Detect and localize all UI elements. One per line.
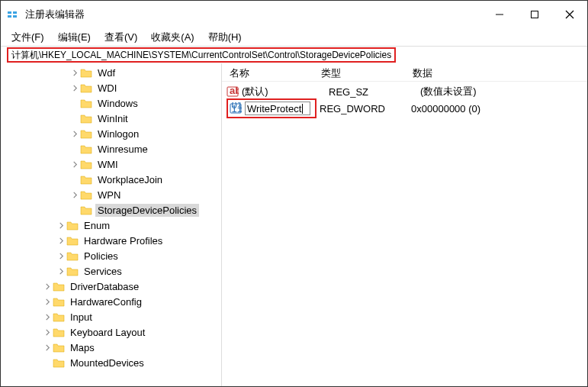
folder-icon	[53, 296, 65, 307]
value-name: (默认)	[242, 85, 329, 98]
chevron-right-icon[interactable]	[69, 192, 80, 198]
value-rows: ab (默认) REG_SZ (数值未设置) 011110 WriteProte…	[222, 82, 587, 117]
folder-icon	[80, 98, 92, 108]
svg-rect-1	[8, 15, 11, 18]
text-caret	[302, 104, 303, 114]
tree-node-input[interactable]: Input	[1, 309, 221, 324]
value-data: 0x00000000 (0)	[411, 103, 587, 114]
tree-node-mounteddevices[interactable]: MountedDevices	[1, 355, 221, 370]
tree-node-driverdatabase[interactable]: DriverDatabase	[1, 279, 221, 294]
folder-icon	[66, 250, 79, 261]
minimize-button[interactable]	[482, 1, 517, 28]
address-path[interactable]: 计算机\HKEY_LOCAL_MACHINE\SYSTEM\CurrentCon…	[7, 47, 396, 63]
column-data[interactable]: 数据	[405, 63, 587, 81]
tree-node-hardwareprofiles[interactable]: Hardware Profiles	[1, 233, 221, 248]
tree-node-enum[interactable]: Enum	[1, 218, 221, 233]
folder-icon	[66, 235, 79, 246]
tree-node-wdi[interactable]: WDI	[1, 80, 221, 95]
menu-view[interactable]: 查看(V)	[98, 29, 143, 46]
value-row-writeprotect[interactable]: 011110 WriteProtect REG_DWORD 0x00000000…	[222, 100, 587, 117]
folder-icon	[80, 144, 92, 154]
chevron-right-icon[interactable]	[42, 283, 53, 290]
titlebar: 注册表编辑器	[1, 1, 587, 28]
value-data: (数值未设置)	[420, 85, 587, 98]
svg-rect-0	[8, 11, 11, 14]
value-type: REG_DWORD	[320, 103, 411, 114]
value-type: REG_SZ	[329, 86, 420, 98]
svg-rect-5	[532, 11, 538, 18]
folder-icon	[80, 67, 92, 78]
chevron-right-icon[interactable]	[42, 344, 53, 351]
folder-icon	[53, 327, 65, 337]
column-type[interactable]: 类型	[313, 63, 405, 81]
tree-node-maps[interactable]: Maps	[1, 340, 221, 355]
svg-rect-2	[13, 11, 17, 14]
folder-icon	[53, 357, 65, 368]
client-area: Wdf WDI Windows WinInit Winlogon Winresu…	[1, 63, 587, 386]
chevron-right-icon[interactable]	[56, 253, 66, 260]
chevron-right-icon[interactable]	[56, 237, 66, 244]
app-window: 注册表编辑器 文件(F) 编辑(E) 查看(V) 收藏夹(A) 帮助(H) 计算…	[0, 0, 588, 387]
chevron-right-icon[interactable]	[56, 222, 66, 229]
tree-node-services[interactable]: Services	[1, 263, 221, 279]
tree-node-workplacejoin[interactable]: WorkplaceJoin	[1, 172, 221, 187]
folder-icon	[80, 159, 92, 169]
tree-node-storagedevicepolicies[interactable]: StorageDevicePolicies	[1, 202, 221, 218]
highlight-box: 011110 WriteProtect	[227, 98, 316, 118]
column-name[interactable]: 名称	[222, 63, 313, 81]
chevron-right-icon[interactable]	[56, 268, 66, 275]
tree-node-policies[interactable]: Policies	[1, 248, 221, 263]
value-row-default[interactable]: ab (默认) REG_SZ (数值未设置)	[222, 83, 587, 100]
window-controls	[482, 1, 587, 28]
folder-icon	[80, 113, 92, 124]
addressbar: 计算机\HKEY_LOCAL_MACHINE\SYSTEM\CurrentCon…	[1, 47, 587, 63]
close-button[interactable]	[552, 1, 587, 28]
maximize-button[interactable]	[517, 1, 552, 28]
tree-node-hardwareconfig[interactable]: HardwareConfig	[1, 294, 221, 309]
tree-node-keyboardlayout[interactable]: Keyboard Layout	[1, 324, 221, 340]
chevron-right-icon[interactable]	[69, 85, 80, 92]
chevron-right-icon[interactable]	[42, 298, 53, 305]
folder-icon	[66, 220, 79, 231]
folder-icon	[66, 266, 79, 276]
chevron-right-icon[interactable]	[42, 329, 53, 336]
folder-icon	[80, 189, 92, 200]
tree-node-wpn[interactable]: WPN	[1, 187, 221, 202]
folder-icon	[53, 281, 65, 292]
tree-node-winlogon[interactable]: Winlogon	[1, 126, 221, 141]
svg-rect-3	[13, 15, 17, 18]
svg-text:110: 110	[232, 103, 243, 114]
column-headers: 名称 类型 数据	[222, 63, 587, 82]
string-value-icon: ab	[227, 85, 239, 98]
chevron-right-icon[interactable]	[69, 69, 80, 76]
folder-icon	[53, 342, 65, 353]
regedit-icon	[7, 8, 19, 21]
tree-node-wdf[interactable]: Wdf	[1, 65, 221, 80]
svg-text:ab: ab	[230, 85, 239, 96]
menu-edit[interactable]: 编辑(E)	[52, 29, 97, 46]
folder-icon	[80, 205, 92, 215]
tree-node-winresume[interactable]: Winresume	[1, 141, 221, 156]
menu-help[interactable]: 帮助(H)	[202, 29, 248, 46]
dword-value-icon: 011110	[230, 102, 242, 114]
folder-icon	[80, 82, 92, 93]
chevron-right-icon[interactable]	[69, 131, 80, 137]
tree-node-windows[interactable]: Windows	[1, 95, 221, 111]
menu-file[interactable]: 文件(F)	[5, 29, 50, 46]
tree: Wdf WDI Windows WinInit Winlogon Winresu…	[1, 65, 221, 370]
window-title: 注册表编辑器	[25, 8, 482, 21]
chevron-right-icon[interactable]	[69, 161, 80, 168]
folder-icon	[53, 311, 65, 322]
tree-node-wininit[interactable]: WinInit	[1, 111, 221, 126]
tree-node-wmi[interactable]: WMI	[1, 156, 221, 172]
menubar: 文件(F) 编辑(E) 查看(V) 收藏夹(A) 帮助(H)	[1, 28, 587, 47]
tree-pane[interactable]: Wdf WDI Windows WinInit Winlogon Winresu…	[1, 63, 222, 386]
values-pane: 名称 类型 数据 ab (默认) REG_SZ (数值未设置) 011110	[222, 63, 587, 386]
value-name-edit-input[interactable]: WriteProtect	[245, 102, 310, 115]
chevron-right-icon[interactable]	[42, 314, 53, 321]
menu-favorites[interactable]: 收藏夹(A)	[145, 29, 200, 46]
folder-icon	[80, 128, 92, 139]
folder-icon	[80, 174, 92, 185]
